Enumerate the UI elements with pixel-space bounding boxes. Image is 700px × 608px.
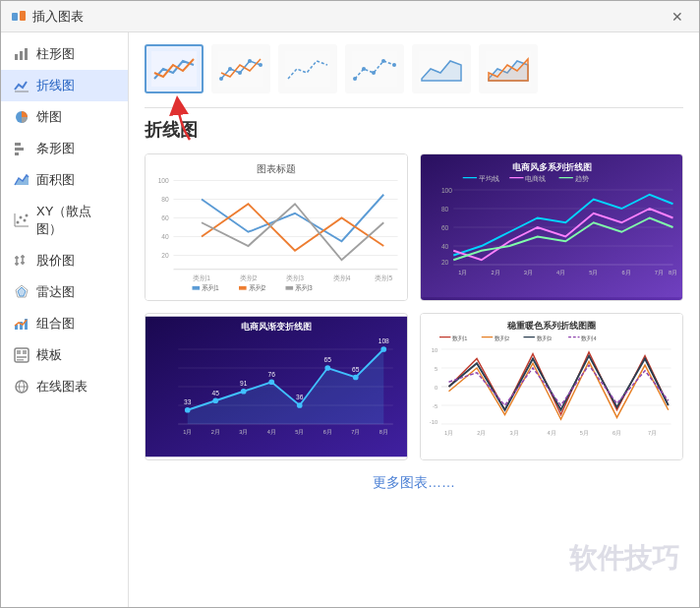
svg-text:65: 65 [352, 366, 360, 373]
svg-text:5月: 5月 [589, 270, 598, 275]
svg-point-12 [20, 216, 23, 219]
sidebar-item-stock-label: 股价图 [36, 252, 75, 270]
chart-card-1[interactable]: 图表标题 100 80 60 40 20 [145, 153, 408, 301]
strip-chart-icon [13, 140, 30, 157]
sidebar-item-scatter[interactable]: XY（散点图） [1, 196, 128, 245]
svg-text:1月: 1月 [183, 429, 192, 435]
svg-text:7月: 7月 [655, 270, 664, 275]
svg-point-46 [362, 67, 366, 71]
svg-text:6月: 6月 [621, 270, 630, 275]
window-icon [11, 9, 27, 25]
svg-text:电商风多系列折线图: 电商风多系列折线图 [512, 161, 592, 172]
svg-text:8月: 8月 [379, 429, 388, 435]
svg-rect-4 [25, 48, 28, 60]
sidebar-item-line[interactable]: 折线图 [1, 70, 128, 101]
sidebar-item-bar[interactable]: 柱形图 [1, 38, 128, 70]
svg-text:3月: 3月 [509, 430, 518, 436]
content-area: 柱形图 折线图 [1, 32, 699, 607]
title-bar: 插入图表 ✕ [1, 1, 699, 32]
svg-text:1月: 1月 [444, 430, 453, 436]
svg-rect-9 [15, 152, 19, 155]
svg-text:1月: 1月 [458, 270, 467, 275]
svg-text:电商风渐变折线图: 电商风渐变折线图 [241, 321, 312, 332]
sidebar-item-stock[interactable]: 股价图 [1, 245, 128, 276]
sidebar-item-combo[interactable]: 组合图 [1, 308, 128, 339]
svg-text:数列4: 数列4 [581, 335, 596, 341]
svg-text:电商线: 电商线 [525, 175, 546, 182]
svg-text:3月: 3月 [239, 429, 248, 435]
section-divider [145, 107, 683, 108]
sidebar-item-radar-label: 雷达图 [36, 283, 75, 301]
svg-text:100: 100 [158, 177, 169, 184]
svg-text:108: 108 [379, 337, 389, 344]
svg-text:8月: 8月 [669, 270, 677, 275]
sidebar-item-area-label: 面积图 [36, 171, 75, 189]
chart-type-row [145, 44, 683, 93]
area-chart-icon [13, 171, 30, 189]
pie-chart-icon [13, 108, 30, 126]
bar-chart-icon [13, 45, 30, 63]
chart-type-thumb-5[interactable] [412, 44, 471, 93]
svg-text:-10: -10 [430, 419, 438, 425]
combo-chart-icon [13, 315, 30, 333]
line-chart-icon [13, 77, 30, 94]
svg-point-38 [219, 77, 223, 81]
svg-rect-43 [285, 51, 330, 87]
chart-card-4[interactable]: 稳重暖色系列折线图圈 数列1 数列2 数列3 数列4 10 5 0 [420, 313, 683, 460]
section-title: 折线图 [145, 118, 683, 142]
svg-text:91: 91 [240, 380, 248, 387]
svg-text:平均线: 平均线 [479, 175, 499, 182]
sidebar-item-template[interactable]: 模板 [1, 339, 128, 371]
close-button[interactable]: ✕ [666, 5, 689, 29]
svg-text:100: 100 [441, 187, 452, 194]
chart-type-thumb-3[interactable] [278, 44, 337, 93]
svg-text:80: 80 [161, 196, 169, 203]
svg-text:7月: 7月 [648, 430, 657, 436]
sidebar-item-line-label: 折线图 [36, 77, 75, 94]
svg-rect-1 [20, 11, 26, 21]
sidebar-item-radar[interactable]: 雷达图 [1, 276, 128, 308]
chart-card-2[interactable]: 电商风多系列折线图 平均线 电商线 趋势 100 80 60 40 20 [420, 153, 683, 301]
svg-text:7月: 7月 [351, 429, 360, 435]
sidebar-item-area[interactable]: 面积图 [1, 164, 128, 196]
svg-rect-29 [17, 350, 21, 354]
sidebar-item-online[interactable]: 在线图表 [1, 371, 128, 402]
svg-point-13 [24, 219, 27, 222]
svg-text:5月: 5月 [295, 429, 304, 435]
sidebar-item-strip[interactable]: 条形图 [1, 133, 128, 164]
online-chart-icon [13, 378, 30, 395]
chart-type-thumb-6[interactable] [479, 44, 538, 93]
svg-text:45: 45 [212, 390, 220, 396]
svg-point-48 [381, 59, 385, 63]
svg-text:数列3: 数列3 [537, 335, 552, 341]
sidebar-item-combo-label: 组合图 [36, 315, 75, 333]
svg-rect-31 [17, 356, 27, 358]
svg-point-49 [392, 63, 396, 67]
radar-chart-icon [13, 283, 30, 301]
svg-point-112 [185, 407, 191, 413]
svg-point-116 [241, 389, 247, 395]
svg-point-122 [324, 365, 330, 371]
sidebar-item-pie[interactable]: 饼图 [1, 101, 128, 133]
svg-rect-30 [23, 350, 27, 354]
stock-chart-icon [13, 252, 30, 270]
svg-text:2月: 2月 [211, 429, 220, 435]
sidebar-item-bar-label: 柱形图 [36, 45, 75, 63]
svg-point-14 [26, 214, 29, 217]
chart-type-thumb-2[interactable] [211, 44, 270, 93]
svg-text:4月: 4月 [547, 430, 555, 436]
arrow-indicator [160, 95, 209, 149]
chart-type-thumb-4[interactable] [345, 44, 404, 93]
svg-rect-36 [151, 51, 197, 87]
svg-text:类别2: 类别2 [240, 274, 258, 281]
more-charts-link[interactable]: 更多图表…… [145, 474, 683, 492]
svg-text:5月: 5月 [580, 430, 589, 436]
svg-text:10: 10 [432, 347, 438, 353]
sidebar-item-pie-label: 饼图 [36, 108, 62, 126]
svg-text:图表标题: 图表标题 [257, 163, 296, 174]
chart-type-thumb-1[interactable] [145, 44, 204, 93]
svg-rect-37 [218, 51, 263, 87]
template-icon [13, 346, 30, 364]
chart-card-3[interactable]: 电商风渐变折线图 33 [145, 313, 408, 460]
svg-text:类别1: 类别1 [193, 274, 210, 281]
